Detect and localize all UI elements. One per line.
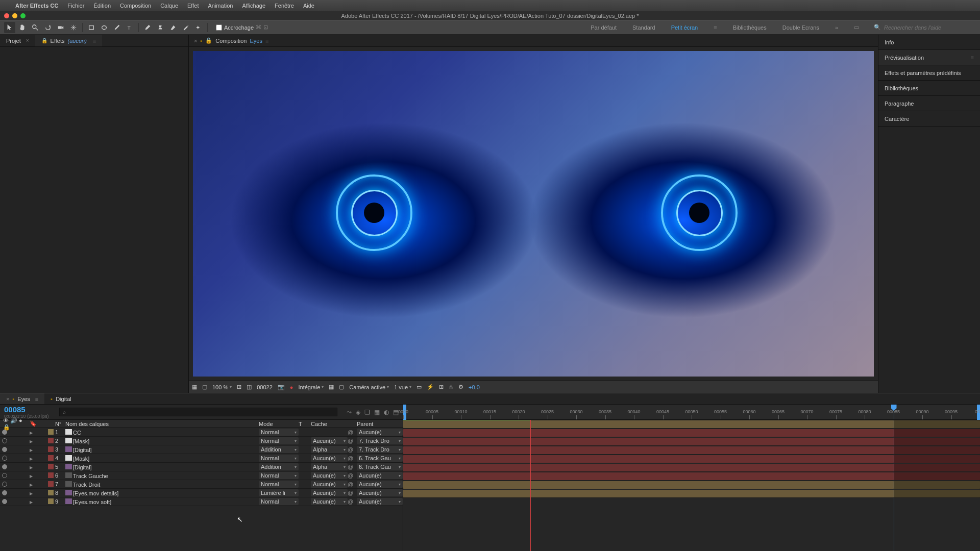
parent-pickwhip-icon[interactable]: @ (348, 446, 353, 453)
rectangle-tool[interactable] (86, 22, 97, 33)
always-preview-icon[interactable]: ▦ (192, 384, 197, 390)
close-icon[interactable]: × (26, 38, 29, 43)
layer-row[interactable]: ▶ 5 [Digital] Addition▾ Alpha▾ @ 6. Trac… (0, 463, 403, 471)
hand-tool[interactable] (17, 22, 28, 33)
snapping-checkbox[interactable] (216, 24, 222, 31)
layer-row[interactable]: ▶ 8 [Eyes.mov details] Lumière li▾ Aucun… (0, 489, 403, 497)
puppet-tool[interactable] (193, 22, 204, 33)
layer-row[interactable]: ▶ 4 [Mask] Normal▾ Aucun(e)▾ @ 6. Track … (0, 454, 403, 463)
workspace-standard[interactable]: Standard (625, 24, 663, 31)
visibility-toggle[interactable] (2, 499, 7, 504)
layer-name[interactable]: CC (73, 430, 81, 436)
blend-mode-dropdown[interactable]: Normal▾ (259, 429, 299, 436)
blend-mode-dropdown[interactable]: Lumière li▾ (259, 489, 299, 496)
menu-aide[interactable]: Aide (303, 3, 314, 9)
timeline-icon[interactable]: ⊞ (439, 384, 444, 390)
workspace-menu-icon[interactable]: ≡ (706, 24, 724, 31)
roto-brush-tool[interactable] (180, 22, 191, 33)
blend-mode-dropdown[interactable]: Normal▾ (259, 437, 299, 444)
label-color[interactable] (48, 438, 54, 443)
track-matte-dropdown[interactable]: Alpha▾ (311, 446, 348, 453)
ellipse-tool[interactable] (99, 22, 110, 33)
timeline-tab-digital[interactable]: ▪Digital (44, 393, 77, 404)
blend-mode-dropdown[interactable]: Addition▾ (259, 446, 299, 453)
label-color[interactable] (48, 472, 54, 478)
twirl-icon[interactable]: ▶ (30, 465, 33, 470)
workspace-petit-ecran[interactable]: Petit écran (664, 24, 705, 31)
track-matte-dropdown[interactable]: Aucun(e)▾ (311, 481, 348, 488)
layer-name[interactable]: Track Gauche (73, 473, 108, 479)
comp-mini-flowchart-icon[interactable]: ⤳ (347, 409, 352, 416)
app-name[interactable]: After Effects CC (15, 3, 58, 9)
parent-pickwhip-icon[interactable]: @ (348, 438, 353, 444)
character-panel-header[interactable]: Caractère (878, 111, 980, 127)
parent-pickwhip-icon[interactable]: @ (348, 455, 353, 461)
close-icon[interactable]: × (194, 38, 197, 44)
viewer-canvas[interactable] (193, 51, 874, 377)
label-color[interactable] (48, 481, 54, 487)
layer-bar-active[interactable] (403, 490, 894, 497)
visibility-toggle[interactable] (2, 473, 7, 478)
layer-bar-active[interactable] (403, 481, 894, 489)
track-matte-dropdown[interactable]: Aucun(e)▾ (311, 472, 348, 479)
workspace-libs[interactable]: Bibliothèques (726, 24, 774, 31)
preview-panel-header[interactable]: Prévisualisation≡ (878, 50, 980, 65)
playhead-line[interactable] (894, 420, 894, 551)
menu-affichage[interactable]: Affichage (242, 3, 265, 9)
twirl-icon[interactable]: ▶ (30, 500, 33, 505)
layer-bar-active[interactable] (403, 455, 894, 463)
libraries-panel-header[interactable]: Bibliothèques (878, 81, 980, 96)
menu-fichier[interactable]: Fichier (67, 3, 84, 9)
twirl-icon[interactable]: ▶ (30, 491, 33, 496)
layer-bar-active[interactable] (403, 429, 894, 437)
resolution-icon[interactable]: ⊞ (237, 384, 241, 390)
flowchart-icon[interactable]: ⋔ (449, 384, 453, 390)
help-search-input[interactable] (884, 24, 966, 31)
zoom-dropdown[interactable]: 100 %▾ (212, 384, 232, 390)
layer-name[interactable]: [Eyes.mov details] (73, 490, 118, 496)
info-panel-header[interactable]: Info (878, 35, 980, 50)
parent-dropdown[interactable]: 6. Track Gau▾ (357, 455, 403, 462)
effects-presets-panel-header[interactable]: Effets et paramètres prédéfinis (878, 65, 980, 81)
parent-pickwhip-icon[interactable]: @ (348, 429, 353, 435)
time-ruler[interactable]: 0000000050001000015000200002500030000350… (403, 405, 980, 420)
label-color[interactable] (48, 490, 54, 495)
view-dropdown[interactable]: 1 vue▾ (394, 384, 411, 390)
layer-name[interactable]: [Digital] (73, 464, 92, 470)
help-search[interactable]: 🔍 (874, 24, 976, 31)
channel-icon[interactable]: ● (290, 384, 293, 390)
label-color[interactable] (48, 455, 54, 461)
menu-composition[interactable]: Composition (120, 3, 151, 9)
visibility-toggle[interactable] (2, 482, 7, 487)
fast-preview-icon[interactable]: ⚡ (427, 384, 434, 390)
resolution-dropdown[interactable]: Intégrale▾ (298, 384, 324, 390)
layer-bar-active[interactable] (403, 472, 894, 480)
snapping-toggle[interactable]: Accrochage ⌘ ⊡ (216, 24, 268, 31)
layer-search-input[interactable] (59, 408, 337, 416)
visibility-toggle[interactable] (2, 438, 7, 443)
workspace-double[interactable]: Double Ecrans (775, 24, 826, 31)
twirl-icon[interactable]: ▶ (30, 431, 33, 435)
layer-bar-active[interactable] (403, 438, 894, 445)
track-matte-dropdown[interactable]: Aucun(e)▾ (311, 455, 348, 462)
effects-tab[interactable]: 🔒Effets (aucun)≡ (35, 35, 103, 46)
twirl-icon[interactable]: ▶ (30, 439, 33, 444)
composition-viewer[interactable] (189, 47, 878, 381)
paragraph-panel-header[interactable]: Paragraphe (878, 96, 980, 111)
roi-icon[interactable]: ◫ (247, 384, 252, 390)
clone-stamp-tool[interactable] (155, 22, 166, 33)
panel-menu-icon[interactable]: ≡ (35, 396, 38, 402)
visibility-toggle[interactable] (2, 456, 7, 461)
workspace-overflow-icon[interactable]: » (828, 24, 845, 31)
layer-bar-active[interactable] (403, 420, 894, 428)
timeline-tab-eyes[interactable]: ×▪Eyes≡ (0, 393, 44, 404)
label-color[interactable] (48, 464, 54, 469)
layer-row[interactable]: ▶ 9 [Eyes.mov soft] Normal▾ Aucun(e)▾ @ … (0, 497, 403, 506)
zoom-tool[interactable] (30, 22, 41, 33)
track-matte-dropdown[interactable]: Aucun(e)▾ (311, 489, 348, 496)
track-matte-dropdown[interactable]: Aucun(e)▾ (311, 498, 348, 505)
parent-pickwhip-icon[interactable]: @ (348, 472, 353, 479)
layer-row[interactable]: ▶ 2 [Mask] Normal▾ Aucun(e)▾ @ 7. Track … (0, 437, 403, 445)
cti-red-marker[interactable] (530, 420, 531, 551)
twirl-icon[interactable]: ▶ (30, 448, 33, 453)
